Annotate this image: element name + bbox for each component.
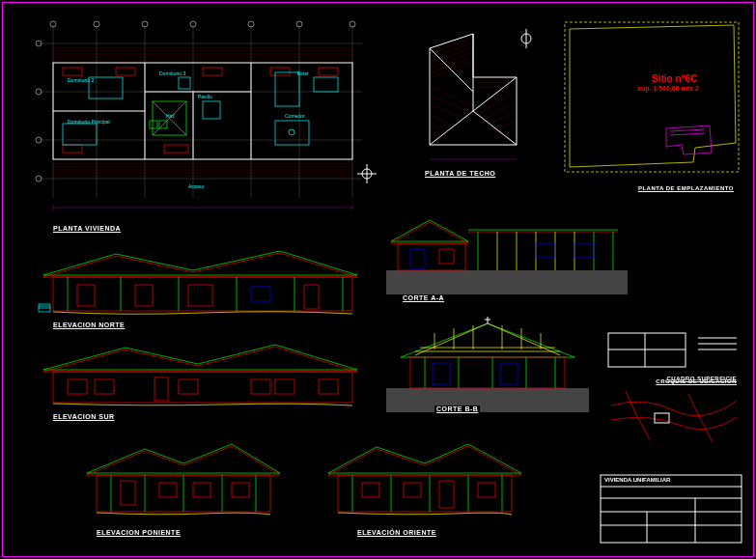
svg-line-68 bbox=[430, 111, 473, 145]
svg-rect-120 bbox=[179, 379, 198, 394]
svg-line-74 bbox=[432, 58, 470, 72]
svg-rect-121 bbox=[251, 379, 270, 394]
svg-rect-147 bbox=[478, 483, 495, 497]
svg-rect-106 bbox=[77, 285, 95, 306]
svg-rect-49 bbox=[314, 77, 338, 92]
room-hall: Hall bbox=[166, 113, 175, 119]
svg-line-81 bbox=[432, 135, 444, 140]
svg-rect-55 bbox=[203, 101, 220, 119]
svg-line-78 bbox=[432, 106, 459, 116]
elev-east-title: ELEVACIÓN ORIENTE bbox=[357, 529, 436, 536]
room-r1: Dormitorio Principal bbox=[68, 119, 110, 125]
svg-rect-41 bbox=[270, 68, 290, 75]
svg-marker-136 bbox=[328, 444, 521, 473]
svg-line-76 bbox=[432, 87, 471, 106]
site-lot: Sitio n°6C bbox=[652, 73, 697, 84]
svg-rect-56 bbox=[150, 121, 157, 128]
svg-rect-132 bbox=[121, 481, 135, 505]
svg-line-85 bbox=[483, 101, 515, 121]
section-bb-title: CORTE B-B bbox=[434, 405, 480, 412]
svg-rect-39 bbox=[116, 68, 135, 75]
svg-rect-133 bbox=[159, 483, 177, 497]
elev-north: ELEVACION NORTE bbox=[29, 237, 367, 328]
title-block: VIVIENDA UNIFAMILIAR bbox=[599, 473, 743, 545]
svg-line-67 bbox=[473, 77, 517, 111]
svg-line-168 bbox=[415, 323, 488, 355]
svg-marker-137 bbox=[328, 446, 521, 475]
svg-line-77 bbox=[432, 97, 468, 111]
svg-rect-46 bbox=[89, 77, 123, 98]
svg-marker-115 bbox=[43, 347, 357, 372]
svg-rect-48 bbox=[275, 72, 299, 106]
svg-rect-165 bbox=[574, 243, 594, 258]
elev-west: ELEVACION PONIENTE bbox=[77, 430, 290, 536]
room-comedor: Comedor bbox=[285, 113, 305, 119]
svg-line-80 bbox=[432, 126, 449, 133]
room-r2: Dormitorio 2 bbox=[68, 77, 94, 83]
svg-rect-145 bbox=[404, 483, 421, 497]
svg-rect-47 bbox=[179, 77, 190, 89]
svg-rect-50 bbox=[275, 121, 309, 145]
svg-marker-125 bbox=[87, 446, 280, 475]
svg-line-96 bbox=[670, 133, 705, 135]
svg-rect-187 bbox=[500, 363, 518, 384]
svg-rect-44 bbox=[164, 145, 188, 153]
roof-plan: PLANTA DE TECHO bbox=[401, 19, 546, 188]
floorplan-title: PLANTA VIVIENDA bbox=[53, 225, 121, 232]
svg-rect-43 bbox=[63, 145, 82, 153]
section-bb: CORTE B-B bbox=[386, 309, 589, 420]
svg-rect-123 bbox=[319, 379, 338, 394]
site-title: PLANTA DE EMPLAZAMIENTO bbox=[638, 185, 734, 191]
svg-line-65 bbox=[430, 48, 473, 92]
svg-rect-186 bbox=[433, 363, 450, 384]
elev-south: ELEVACION SUR bbox=[29, 333, 367, 420]
elev-east: ELEVACIÓN ORIENTE bbox=[319, 430, 531, 536]
svg-rect-42 bbox=[319, 68, 338, 75]
site-area: sup. 1.500,00 mts 2 bbox=[637, 85, 699, 92]
roof-title: PLANTA DE TECHO bbox=[425, 170, 495, 177]
site-plan: Sitio n°6C sup. 1.500,00 mts 2 PLANTA DE… bbox=[560, 17, 743, 191]
svg-rect-162 bbox=[410, 249, 425, 268]
svg-line-86 bbox=[488, 111, 515, 126]
svg-line-69 bbox=[473, 111, 517, 145]
svg-line-73 bbox=[432, 53, 470, 68]
svg-rect-92 bbox=[565, 22, 739, 172]
room-acceso: Acceso bbox=[188, 183, 205, 189]
svg-rect-153 bbox=[398, 243, 465, 270]
room-estar: Estar bbox=[297, 70, 309, 76]
svg-rect-195 bbox=[601, 475, 742, 543]
svg-rect-108 bbox=[188, 285, 212, 306]
svg-rect-135 bbox=[232, 483, 249, 497]
svg-point-51 bbox=[289, 129, 294, 135]
project-title: VIVIENDA UNIFAMILIAR bbox=[604, 477, 670, 483]
location-title: CROQUIS DE UBICACIÓN bbox=[656, 378, 737, 384]
svg-line-169 bbox=[488, 323, 560, 355]
room-r3: Dormitorio 3 bbox=[159, 70, 185, 76]
svg-rect-117 bbox=[68, 379, 87, 394]
svg-rect-119 bbox=[154, 377, 168, 401]
surface-table: CUADRO SUPERFICIE bbox=[606, 319, 742, 381]
elev-west-title: ELEVACION PONIENTE bbox=[97, 529, 181, 536]
section-aa-title: CORTE A-A bbox=[401, 294, 446, 301]
elev-north-title: ELEVACION NORTE bbox=[53, 321, 125, 328]
svg-marker-94 bbox=[666, 126, 712, 154]
svg-marker-167 bbox=[401, 323, 574, 357]
room-pasillo: Pasillo bbox=[198, 94, 212, 99]
svg-rect-194 bbox=[655, 413, 669, 423]
svg-marker-149 bbox=[391, 220, 468, 241]
svg-rect-38 bbox=[63, 68, 82, 75]
svg-marker-124 bbox=[87, 444, 280, 473]
svg-rect-144 bbox=[362, 483, 379, 497]
svg-rect-107 bbox=[135, 285, 153, 306]
section-aa: CORTE A-A bbox=[386, 203, 628, 304]
elev-south-title: ELEVACION SUR bbox=[53, 413, 115, 420]
svg-rect-134 bbox=[193, 483, 210, 497]
svg-marker-98 bbox=[43, 253, 357, 277]
svg-rect-164 bbox=[536, 243, 555, 258]
svg-rect-166 bbox=[386, 388, 589, 412]
svg-line-75 bbox=[432, 63, 470, 77]
svg-rect-122 bbox=[275, 379, 294, 394]
svg-rect-45 bbox=[63, 124, 97, 145]
svg-rect-146 bbox=[439, 481, 454, 508]
svg-line-95 bbox=[670, 129, 705, 131]
